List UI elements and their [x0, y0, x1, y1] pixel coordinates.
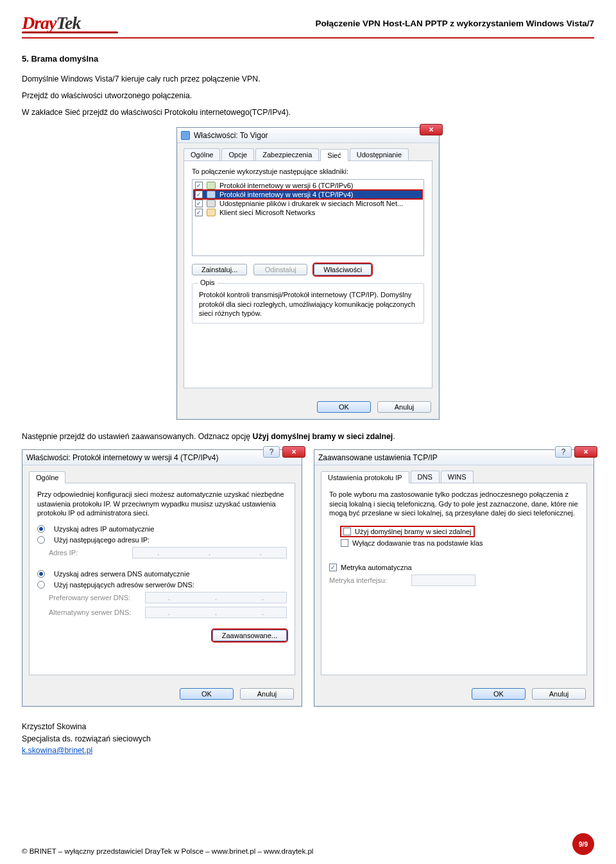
ip-address-row: Adres IP: ... — [37, 547, 287, 558]
vpn-properties-dialog: × Właściwości: To Vigor Ogólne Opcje Zab… — [176, 127, 440, 420]
header-divider — [22, 37, 594, 39]
metric-input — [411, 575, 475, 586]
list-item-label: Udostępnianie plików i drukarek w siecia… — [219, 200, 403, 207]
author-block: Krzysztof Skowina Specjalista ds. rozwią… — [22, 721, 594, 756]
protocol-icon — [207, 209, 216, 216]
radio-ip-auto[interactable]: Uzyskaj adres IP automatycznie — [37, 525, 287, 533]
radio-dns-auto[interactable]: Uzyskaj adres serwera DNS automatycznie — [37, 570, 287, 578]
list-item-client[interactable]: Klient sieci Microsoft Networks — [194, 208, 422, 217]
protocol-icon — [207, 191, 216, 198]
document-title: Połączenie VPN Host-LAN PPTP z wykorzyst… — [316, 19, 595, 28]
window-icon — [181, 131, 190, 140]
checkbox-icon[interactable] — [341, 539, 348, 547]
help-icon[interactable]: ? — [263, 446, 280, 458]
ok-button[interactable]: OK — [472, 688, 526, 700]
checkbox-icon[interactable] — [343, 528, 351, 535]
list-item-ipv4[interactable]: Protokół internetowy w wersji 4 (TCP/IPv… — [194, 190, 422, 199]
tab-ip-settings[interactable]: Ustawienia protokołu IP — [321, 471, 409, 483]
logo-text-red: Dray — [22, 13, 56, 33]
checkbox-label: Metryka automatyczna — [341, 564, 412, 571]
paragraph-2: Przejdź do właściwości utworzonego połąc… — [22, 91, 594, 102]
components-listbox[interactable]: Protokół internetowy w wersji 6 (TCP/IPv… — [192, 179, 424, 256]
list-item-ipv6[interactable]: Protokół internetowy w wersji 6 (TCP/IPv… — [194, 181, 422, 190]
checkbox-icon[interactable] — [195, 200, 203, 207]
radio-icon[interactable] — [37, 536, 45, 544]
radio-ip-manual[interactable]: Użyj następującego adresu IP: — [37, 536, 287, 544]
cancel-button[interactable]: Anuluj — [240, 688, 294, 700]
advanced-button[interactable]: Zaawansowane... — [212, 630, 287, 641]
help-icon[interactable]: ? — [555, 446, 572, 458]
tab-content: Przy odpowiedniej konfiguracji sieci moż… — [29, 483, 295, 675]
radio-icon[interactable] — [37, 581, 45, 589]
author-name: Krzysztof Skowina — [22, 721, 594, 732]
checkbox-icon[interactable] — [195, 209, 203, 216]
logo-block: DrayTek — [22, 13, 118, 33]
description-groupbox: Opis Protokół kontroli transmisji/Protok… — [192, 283, 424, 324]
document-page: DrayTek Połączenie VPN Host-LAN PPTP z w… — [0, 0, 616, 864]
advanced-tcpip-dialog: ? × Zaawansowane ustawienia TCP/IP Ustaw… — [314, 449, 594, 707]
intro-text: Przy odpowiedniej konfiguracji sieci moż… — [37, 490, 287, 517]
checkbox-label: Wyłącz dodawanie tras na podstawie klas — [352, 539, 483, 547]
tab-dns[interactable]: DNS — [411, 471, 440, 483]
list-item-label: Protokół internetowy w wersji 4 (TCP/IPv… — [219, 191, 353, 198]
dialog-title: Właściwości: To Vigor — [194, 131, 268, 140]
cancel-button[interactable]: Anuluj — [377, 401, 431, 413]
tab-siec[interactable]: Sieć — [320, 149, 348, 161]
author-email[interactable]: k.skowina@brinet.pl — [22, 746, 92, 755]
ok-button[interactable]: OK — [317, 401, 371, 413]
paragraph-1: Domyślnie Windows Vista/7 kieruje cały r… — [22, 74, 594, 85]
list-caption: To połączenie wykorzystuje następujące s… — [192, 168, 424, 175]
radio-icon[interactable] — [37, 525, 45, 533]
auto-metric-row[interactable]: Metryka automatyczna — [329, 564, 579, 571]
dialog-tabs: Ustawienia protokołu IP DNS WINS — [314, 465, 594, 483]
radio-icon[interactable] — [37, 570, 45, 578]
tab-zabezpieczenia[interactable]: Zabezpieczenia — [255, 148, 319, 160]
dialog-row: ? × Właściwości: Protokół internetowy w … — [22, 449, 594, 707]
close-icon[interactable]: × — [282, 446, 305, 458]
section-heading: 5. Brama domyślna — [22, 54, 594, 64]
tab-opcje[interactable]: Opcje — [221, 148, 254, 160]
radio-dns-manual[interactable]: Użyj następujących adresów serwerów DNS: — [37, 581, 287, 589]
tab-wins[interactable]: WINS — [441, 471, 474, 483]
properties-button[interactable]: Właściwości — [314, 264, 372, 275]
metric-label: Metryka interfejsu: — [329, 576, 406, 584]
list-item-label: Klient sieci Microsoft Networks — [219, 209, 315, 216]
dialog-buttons: OK Anuluj — [177, 395, 439, 419]
checkbox-icon[interactable] — [329, 564, 337, 571]
page-footer: © BRINET – wyłączny przedstawiciel DrayT… — [22, 833, 594, 855]
protocol-icon — [207, 200, 216, 207]
tab-content: To połączenie wykorzystuje następujące s… — [184, 160, 432, 388]
checkbox-icon[interactable] — [195, 182, 203, 189]
cancel-button[interactable]: Anuluj — [532, 688, 586, 700]
list-item-share[interactable]: Udostępnianie plików i drukarek w siecia… — [194, 199, 422, 208]
dialog-buttons: OK Anuluj — [314, 682, 594, 706]
tab-ogolne[interactable]: Ogólne — [29, 471, 65, 483]
dns-pref-row: Preferowany serwer DNS: ... — [37, 592, 287, 603]
list-item-label: Protokół internetowy w wersji 6 (TCP/IPv… — [219, 182, 353, 189]
dialog-title: Zaawansowane ustawienia TCP/IP — [318, 453, 438, 462]
dialog-titlebar: Właściwości: Protokół internetowy w wers… — [22, 450, 302, 465]
disable-class-routes-row[interactable]: Wyłącz dodawanie tras na podstawie klas — [341, 539, 579, 547]
tab-udostepnianie[interactable]: Udostępnianie — [350, 148, 409, 160]
ok-button[interactable]: OK — [180, 688, 234, 700]
dns2-label: Alternatywny serwer DNS: — [37, 609, 140, 616]
page-number-badge: 9/9 — [572, 833, 594, 855]
intro-text: To pole wyboru ma zastosowanie tylko pod… — [329, 490, 579, 517]
checkbox-icon[interactable] — [195, 191, 203, 198]
close-icon[interactable]: × — [574, 446, 597, 458]
paragraph-3: W zakładce Sieć przejdź do właściwości P… — [22, 107, 594, 119]
draytek-logo: DrayTek — [22, 13, 118, 33]
dns2-input: ... — [145, 607, 287, 618]
dns1-input: ... — [145, 592, 287, 603]
dialog-title: Właściwości: Protokół internetowy w wers… — [26, 453, 218, 462]
checkbox-label: Użyj domyślnej bramy w sieci zdalnej — [355, 528, 472, 535]
copyright-text: © BRINET – wyłączny przedstawiciel DrayT… — [22, 847, 313, 855]
paragraph-4: Następnie przejdź do ustawień zaawansowa… — [22, 431, 594, 443]
install-button[interactable]: Zainstaluj... — [192, 264, 247, 275]
paragraph-4b: Użyj domyślnej bramy w sieci zdalnej — [253, 432, 393, 441]
paragraph-4c: . — [393, 432, 395, 441]
tab-ogolne[interactable]: Ogólne — [184, 148, 220, 160]
dialog-tabs: Ogólne Opcje Zabezpieczenia Sieć Udostęp… — [177, 143, 439, 160]
default-gateway-checkbox-row[interactable]: Użyj domyślnej bramy w sieci zdalnej — [341, 526, 474, 537]
close-icon[interactable]: × — [420, 124, 443, 135]
